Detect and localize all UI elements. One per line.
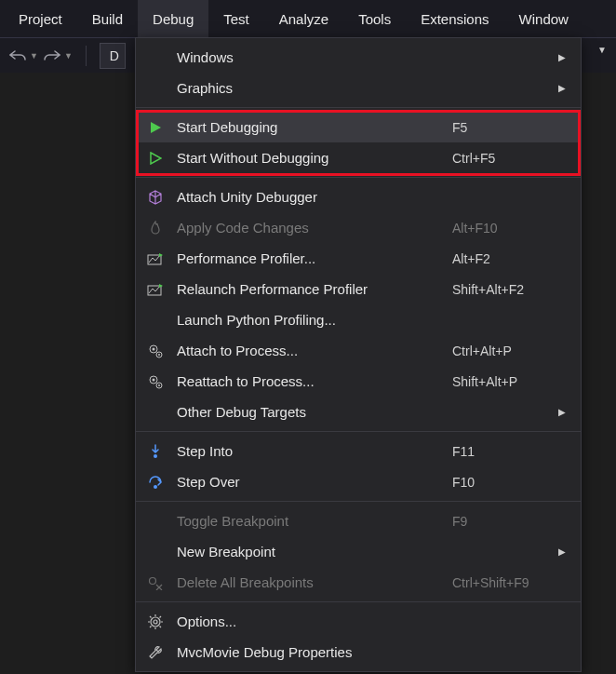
blank-icon [143, 543, 167, 561]
menu-label: Launch Python Profiling... [177, 312, 452, 328]
menu-attach-unity[interactable]: Attach Unity Debugger [136, 182, 581, 212]
menu-label: Windows [177, 49, 452, 65]
svg-point-3 [153, 347, 155, 350]
submenu-arrow-icon: ▶ [555, 83, 566, 93]
menu-shortcut: Ctrl+Alt+P [452, 344, 555, 358]
toolbar-separator [86, 46, 87, 66]
menu-start-without-debugging[interactable]: Start Without Debugging Ctrl+F5 [136, 142, 581, 173]
menu-separator [136, 107, 581, 108]
menu-separator [136, 601, 581, 602]
unity-cube-icon [143, 188, 167, 207]
gear-icon [143, 613, 167, 631]
blank-icon [143, 512, 167, 531]
menu-debug-properties[interactable]: MvcMovie Debug Properties [136, 637, 581, 667]
redo-icon [42, 46, 62, 66]
undo-icon [7, 46, 28, 66]
menubar: Project Build Debug Test Analyze Tools E… [0, 0, 616, 37]
submenu-arrow-icon: ▶ [555, 407, 566, 417]
menu-label: Performance Profiler... [177, 250, 452, 266]
svg-point-11 [154, 485, 157, 489]
menu-shortcut: F5 [452, 120, 555, 135]
svg-point-7 [153, 378, 155, 381]
menu-launch-python-profiling[interactable]: Launch Python Profiling... [136, 304, 581, 335]
blank-icon [143, 79, 167, 98]
blank-icon [143, 311, 167, 330]
step-into-icon [143, 442, 167, 461]
menu-attach-process[interactable]: Attach to Process... Ctrl+Alt+P [136, 335, 581, 366]
menubar-analyze[interactable]: Analyze [264, 0, 343, 37]
menubar-project[interactable]: Project [4, 0, 77, 37]
svg-point-12 [150, 577, 156, 584]
debug-menu: Windows ▶ Graphics ▶ Start Debugging F5 … [135, 37, 582, 672]
menu-shortcut: F10 [452, 475, 555, 490]
svg-point-13 [151, 617, 160, 627]
redo-button[interactable]: ▼ [42, 46, 73, 66]
menu-performance-profiler[interactable]: Performance Profiler... Alt+F2 [136, 243, 581, 274]
submenu-arrow-icon: ▶ [555, 546, 566, 557]
menu-start-debugging[interactable]: Start Debugging F5 [136, 112, 581, 142]
svg-point-10 [154, 454, 157, 458]
menu-label: Attach Unity Debugger [177, 189, 452, 205]
perf-profiler-icon [143, 249, 167, 268]
play-outline-icon [143, 149, 167, 168]
svg-point-5 [158, 354, 160, 356]
menu-shortcut: Alt+F10 [452, 221, 555, 236]
chevron-down-icon: ▼ [64, 51, 73, 61]
menu-shortcut: Shift+Alt+F2 [452, 282, 555, 297]
config-selector[interactable]: D [100, 43, 126, 69]
menu-step-into[interactable]: Step Into F11 [136, 436, 581, 466]
delete-breakpoints-icon [143, 573, 167, 592]
menubar-extensions[interactable]: Extensions [406, 0, 503, 37]
menu-label: Start Debugging [177, 119, 452, 135]
menu-separator [136, 501, 581, 502]
menu-label: Other Debug Targets [177, 404, 452, 420]
chevron-down-icon: ▼ [30, 51, 38, 61]
perf-relaunch-icon [143, 280, 167, 299]
menu-windows[interactable]: Windows ▶ [136, 42, 581, 73]
menu-shortcut: Shift+Alt+P [452, 374, 555, 389]
menu-label: Reattach to Process... [177, 373, 452, 389]
menu-delete-all-breakpoints: Delete All Breakpoints Ctrl+Shift+F9 [136, 567, 581, 598]
menu-label: Options... [177, 613, 452, 629]
menu-apply-code-changes: Apply Code Changes Alt+F10 [136, 212, 581, 243]
undo-button[interactable]: ▼ [7, 46, 38, 66]
menubar-test[interactable]: Test [208, 0, 264, 37]
menu-label: New Breakpoint [177, 544, 452, 559]
menu-label: MvcMovie Debug Properties [177, 644, 452, 660]
menu-label: Start Without Debugging [177, 150, 452, 166]
gear-reattach-icon [143, 372, 167, 391]
menubar-window[interactable]: Window [504, 0, 583, 37]
menu-step-over[interactable]: Step Over F10 [136, 466, 581, 497]
menu-reattach-process[interactable]: Reattach to Process... Shift+Alt+P [136, 366, 581, 397]
blank-icon [143, 48, 167, 67]
menu-label: Graphics [177, 80, 452, 96]
gear-attach-icon [143, 342, 167, 360]
menu-label: Delete All Breakpoints [177, 574, 452, 590]
wrench-icon [143, 643, 167, 662]
menu-new-breakpoint[interactable]: New Breakpoint ▶ [136, 536, 581, 567]
menu-shortcut: Ctrl+Shift+F9 [452, 575, 555, 590]
blank-icon [143, 403, 167, 422]
menu-options[interactable]: Options... [136, 606, 581, 637]
menu-shortcut: F9 [452, 514, 555, 529]
menubar-tools[interactable]: Tools [343, 0, 406, 37]
menu-other-debug-targets[interactable]: Other Debug Targets ▶ [136, 397, 581, 427]
menubar-debug[interactable]: Debug [138, 0, 208, 37]
submenu-arrow-icon: ▶ [555, 52, 566, 62]
menu-graphics[interactable]: Graphics ▶ [136, 73, 581, 103]
menu-shortcut: Alt+F2 [452, 251, 555, 266]
svg-point-9 [158, 384, 160, 386]
menu-label: Toggle Breakpoint [177, 513, 452, 529]
flame-icon [143, 219, 167, 237]
menubar-build[interactable]: Build [77, 0, 138, 37]
menu-relaunch-profiler[interactable]: Relaunch Performance Profiler Shift+Alt+… [136, 274, 581, 304]
toolbar-overflow[interactable]: ▼ [597, 45, 607, 55]
svg-point-14 [154, 620, 157, 624]
config-label: D [110, 48, 119, 63]
menu-shortcut: Ctrl+F5 [452, 151, 555, 166]
menu-label: Step Over [177, 474, 452, 490]
menu-shortcut: F11 [452, 444, 555, 459]
menu-label: Attach to Process... [177, 343, 452, 358]
menu-separator [136, 177, 581, 178]
step-over-icon [143, 473, 167, 492]
